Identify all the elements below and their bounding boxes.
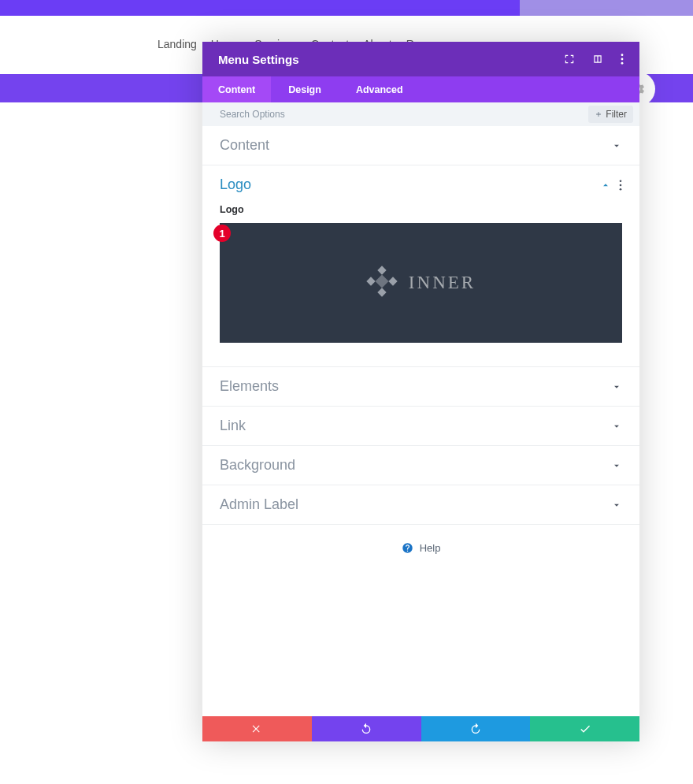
section-title: Background [220,457,295,474]
section-title: Elements [220,378,279,395]
logo-section-body: Logo 1 I [202,204,639,366]
svg-rect-9 [388,277,397,285]
svg-point-3 [620,180,622,182]
undo-button[interactable] [312,716,421,741]
section-title: Logo [220,176,251,193]
cancel-button[interactable] [202,716,312,741]
save-button[interactable] [530,716,639,741]
logo-brand-text: INNER [409,273,476,293]
nav-item[interactable]: Landing [158,38,197,50]
logo-field-label: Logo [220,204,622,215]
logo-mark-icon [366,266,398,300]
tab-advanced[interactable]: Advanced [339,76,421,102]
tab-design[interactable]: Design [271,76,339,102]
filter-button[interactable]: Filter [588,106,633,123]
svg-point-0 [621,54,624,56]
help-link[interactable]: Help [202,525,639,571]
section-background[interactable]: Background [202,446,639,485]
svg-point-5 [620,188,622,190]
section-title: Content [220,137,269,154]
section-content[interactable]: Content [202,126,639,165]
section-link[interactable]: Link [202,407,639,445]
modal-footer [202,716,639,741]
search-row: Search Options Filter [202,102,639,126]
help-label: Help [420,542,441,554]
svg-rect-8 [366,277,375,285]
section-title: Admin Label [220,496,298,513]
svg-rect-7 [377,288,386,296]
section-title: Link [220,418,246,434]
menu-settings-modal: Menu Settings Content Design Advanced Se… [202,42,639,741]
columns-icon[interactable] [592,54,603,65]
tab-content[interactable]: Content [202,76,271,102]
svg-rect-10 [375,275,388,288]
more-icon[interactable] [621,54,624,65]
top-brand-band [0,0,693,16]
filter-label: Filter [606,109,627,120]
search-input[interactable]: Search Options [220,109,285,120]
section-logo[interactable]: Logo [202,165,639,204]
expand-icon[interactable] [564,54,575,65]
modal-body: Content Logo Logo 1 [202,126,639,716]
tabs: Content Design Advanced [202,76,639,102]
modal-header: Menu Settings [202,42,639,76]
section-admin-label[interactable]: Admin Label [202,485,639,524]
section-elements[interactable]: Elements [202,367,639,406]
logo-preview[interactable]: 1 INNER [220,223,622,343]
svg-rect-6 [377,266,386,274]
step-badge: 1 [213,225,231,242]
redo-button[interactable] [421,716,531,741]
svg-point-2 [621,62,624,65]
modal-title: Menu Settings [218,53,299,66]
svg-point-1 [621,58,624,61]
svg-point-4 [620,184,622,186]
